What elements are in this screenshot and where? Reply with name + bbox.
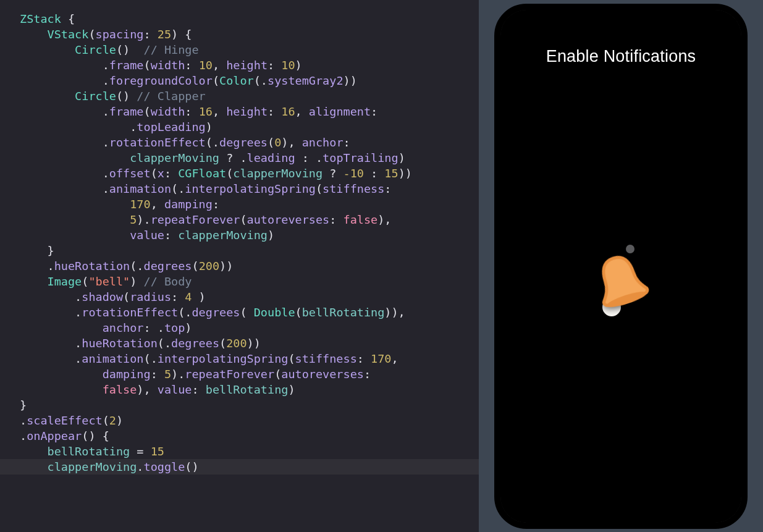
code-line[interactable]: .animation(.interpolatingSpring(stiffnes…	[0, 351, 479, 366]
code-line[interactable]: VStack(spacing: 25) {	[0, 27, 479, 42]
device-side-button	[741, 137, 744, 192]
code-line[interactable]: anchor: .top)	[0, 320, 479, 336]
code-line[interactable]: .onAppear() {	[0, 428, 479, 444]
code-line[interactable]: .animation(.interpolatingSpring(stiffnes…	[0, 181, 479, 196]
code-line[interactable]: .rotationEffect(.degrees( Double(bellRot…	[0, 305, 479, 320]
code-line[interactable]: 5).repeatForever(autoreverses: false),	[0, 212, 479, 227]
code-line[interactable]: .foregroundColor(Color(.systemGray2))	[0, 73, 479, 88]
code-line[interactable]: clapperMoving.toggle()	[0, 459, 479, 475]
code-line[interactable]: .scaleEffect(2)	[0, 413, 479, 428]
code-line[interactable]: .frame(width: 16, height: 16, alignment:	[0, 104, 479, 119]
preview-pane: Enable Notifications	[479, 0, 763, 532]
bell-icon-group	[584, 248, 658, 323]
bell-icon	[582, 243, 660, 321]
code-line[interactable]: damping: 5).repeatForever(autoreverses:	[0, 366, 479, 382]
code-line[interactable]: bellRotating = 15	[0, 444, 479, 459]
code-line[interactable]: false), value: bellRotating)	[0, 382, 479, 397]
device-screen: Enable Notifications	[500, 10, 741, 523]
code-line[interactable]: .rotationEffect(.degrees(0), anchor:	[0, 135, 479, 150]
code-line[interactable]: .hueRotation(.degrees(200))	[0, 258, 479, 274]
code-line[interactable]: }	[0, 397, 479, 413]
screen-title: Enable Notifications	[546, 47, 696, 66]
code-line[interactable]: Image("bell") // Body	[0, 274, 479, 289]
device-frame: Enable Notifications	[494, 4, 748, 529]
code-line[interactable]: .shadow(radius: 4 )	[0, 289, 479, 305]
code-line[interactable]: 170, damping:	[0, 196, 479, 212]
code-line[interactable]: value: clapperMoving)	[0, 227, 479, 243]
code-line[interactable]: .frame(width: 10, height: 10)	[0, 57, 479, 73]
code-line[interactable]: Circle() // Hinge	[0, 42, 479, 57]
code-line[interactable]: }	[0, 243, 479, 258]
code-line[interactable]: .hueRotation(.degrees(200))	[0, 336, 479, 351]
code-content[interactable]: ZStack { VStack(spacing: 25) { Circle() …	[0, 11, 479, 475]
code-line[interactable]: clapperMoving ? .leading : .topTrailing)	[0, 150, 479, 166]
code-editor[interactable]: ZStack { VStack(spacing: 25) { Circle() …	[0, 0, 479, 532]
code-line[interactable]: Circle() // Clapper	[0, 88, 479, 104]
code-line[interactable]: .topLeading)	[0, 119, 479, 135]
code-line[interactable]: ZStack {	[0, 11, 479, 27]
code-line[interactable]: .offset(x: CGFloat(clapperMoving ? -10 :…	[0, 166, 479, 181]
